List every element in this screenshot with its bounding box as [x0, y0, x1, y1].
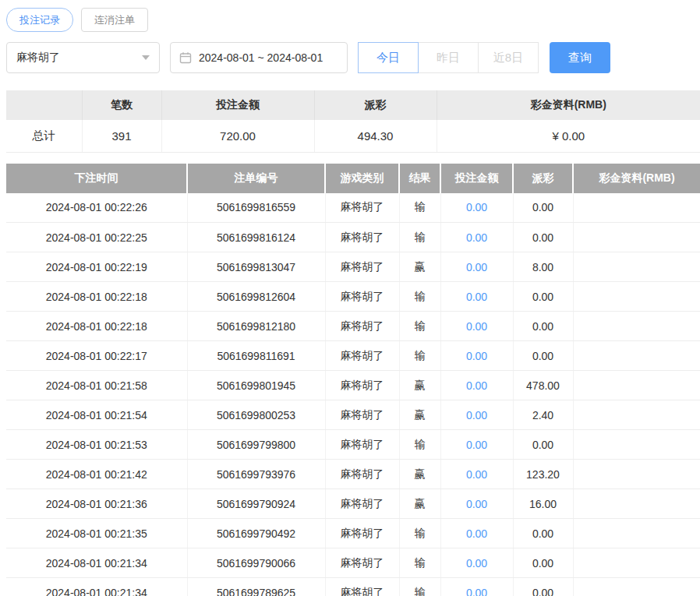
bet-time-cell: 2024-08-01 00:21:54 [6, 400, 187, 430]
game-type-cell: 麻将胡了 [325, 312, 399, 341]
payout-cell: 8.00 [513, 252, 573, 282]
summary-header-row: 笔数 投注金额 派彩 彩金资料(RMB) [6, 90, 700, 120]
bet-amount-link[interactable]: 0.00 [466, 201, 487, 213]
bet-amount-link[interactable]: 0.00 [466, 291, 487, 303]
bonus-cell [573, 460, 700, 489]
bonus-cell [573, 252, 700, 282]
order-id-cell: 5061699816124 [187, 223, 325, 252]
game-type-cell: 麻将胡了 [325, 223, 399, 252]
bet-amount-link[interactable]: 0.00 [466, 498, 487, 510]
table-row: 2024-08-01 00:21:425061699793976麻将胡了赢0.0… [6, 460, 700, 489]
chevron-down-icon [142, 55, 150, 60]
table-row: 2024-08-01 00:22:195061699813047麻将胡了赢0.0… [6, 252, 700, 282]
bet-amount-link[interactable]: 0.00 [466, 409, 487, 421]
bet-amount-link[interactable]: 0.00 [466, 320, 487, 333]
bet-time-cell: 2024-08-01 00:22:18 [6, 312, 187, 341]
game-type-cell: 麻将胡了 [325, 400, 399, 430]
result-cell: 赢 [399, 489, 440, 519]
order-id-cell: 5061699790492 [187, 519, 325, 548]
bonus-cell [573, 282, 700, 312]
order-id-cell: 5061699799800 [187, 430, 325, 460]
bet-time-cell: 2024-08-01 00:22:17 [6, 341, 187, 371]
summary-header-empty [6, 90, 82, 120]
order-id-cell: 5061699790066 [187, 548, 325, 578]
order-id-cell: 5061699801945 [187, 371, 325, 400]
game-type-cell: 麻将胡了 [325, 252, 399, 282]
payout-cell: 0.00 [513, 341, 573, 371]
table-row: 2024-08-01 00:21:535061699799800麻将胡了输0.0… [6, 430, 700, 460]
bet-amount-link[interactable]: 0.00 [466, 350, 487, 362]
payout-cell: 478.00 [513, 371, 573, 400]
result-cell: 输 [399, 223, 440, 252]
search-button[interactable]: 查询 [550, 42, 610, 73]
payout-cell: 0.00 [513, 282, 573, 312]
bonus-cell [573, 312, 700, 341]
bet-amount-cell: 0.00 [440, 341, 513, 371]
payout-cell: 0.00 [513, 430, 573, 460]
bet-amount-link[interactable]: 0.00 [466, 439, 487, 451]
last-8-days-button[interactable]: 近8日 [478, 42, 539, 73]
order-id-cell: 5061699812180 [187, 312, 325, 341]
tab-bar: 投注记录 连消注单 [6, 8, 700, 32]
bet-amount-cell: 0.00 [440, 519, 513, 548]
bonus-cell [573, 548, 700, 578]
bet-time-cell: 2024-08-01 00:21:53 [6, 430, 187, 460]
bet-amount-link[interactable]: 0.00 [466, 261, 487, 273]
records-table-body: 2024-08-01 00:22:265061699816559麻将胡了输0.0… [6, 193, 700, 596]
payout-cell: 0.00 [513, 193, 573, 223]
bet-amount-link[interactable]: 0.00 [466, 379, 487, 392]
summary-total-label: 总计 [6, 120, 82, 152]
calendar-icon [179, 51, 192, 64]
game-type-cell: 麻将胡了 [325, 282, 399, 312]
result-cell: 输 [399, 193, 440, 223]
game-type-cell: 麻将胡了 [325, 193, 399, 223]
bet-time-cell: 2024-08-01 00:22:19 [6, 252, 187, 282]
order-id-cell: 5061699816559 [187, 193, 325, 223]
bet-amount-cell: 0.00 [440, 193, 513, 223]
payout-cell: 0.00 [513, 519, 573, 548]
date-range-picker[interactable]: 2024-08-01 ~ 2024-08-01 [170, 42, 348, 73]
bet-amount-cell: 0.00 [440, 400, 513, 430]
bet-time-cell: 2024-08-01 00:21:42 [6, 460, 187, 489]
table-row: 2024-08-01 00:22:255061699816124麻将胡了输0.0… [6, 223, 700, 252]
bonus-cell [573, 519, 700, 548]
order-id-cell: 5061699793976 [187, 460, 325, 489]
yesterday-button[interactable]: 昨日 [418, 42, 479, 73]
bonus-cell [573, 578, 700, 596]
game-type-cell: 麻将胡了 [325, 341, 399, 371]
header-bet-time: 下注时间 [6, 164, 187, 193]
bet-amount-cell: 0.00 [440, 282, 513, 312]
table-row: 2024-08-01 00:21:345061699790066麻将胡了输0.0… [6, 548, 700, 578]
result-cell: 赢 [399, 400, 440, 430]
table-row: 2024-08-01 00:22:185061699812604麻将胡了输0.0… [6, 282, 700, 312]
payout-cell: 0.00 [513, 548, 573, 578]
header-order-id: 注单编号 [187, 164, 325, 193]
bet-amount-cell: 0.00 [440, 548, 513, 578]
table-row: 2024-08-01 00:22:265061699816559麻将胡了输0.0… [6, 193, 700, 223]
table-row: 2024-08-01 00:21:345061699789625麻将胡了输0.0… [6, 578, 700, 596]
bet-amount-link[interactable]: 0.00 [466, 231, 487, 244]
summary-count-value: 391 [82, 120, 161, 152]
payout-cell: 0.00 [513, 578, 573, 596]
bet-time-cell: 2024-08-01 00:22:25 [6, 223, 187, 252]
bet-amount-link[interactable]: 0.00 [466, 587, 487, 596]
game-type-cell: 麻将胡了 [325, 489, 399, 519]
bet-amount-link[interactable]: 0.00 [466, 527, 487, 540]
result-cell: 赢 [399, 371, 440, 400]
bet-time-cell: 2024-08-01 00:21:58 [6, 371, 187, 400]
tab-cancelled-orders[interactable]: 连消注单 [81, 8, 148, 32]
bet-amount-cell: 0.00 [440, 578, 513, 596]
game-type-select[interactable]: 麻将胡了 [6, 42, 160, 73]
bet-amount-link[interactable]: 0.00 [466, 468, 487, 481]
bet-amount-link[interactable]: 0.00 [466, 557, 487, 570]
header-result: 结果 [399, 164, 440, 193]
table-row: 2024-08-01 00:21:585061699801945麻将胡了赢0.0… [6, 371, 700, 400]
game-type-cell: 麻将胡了 [325, 430, 399, 460]
header-game-type: 游戏类别 [325, 164, 399, 193]
bet-time-cell: 2024-08-01 00:21:34 [6, 548, 187, 578]
tab-betting-records[interactable]: 投注记录 [6, 8, 73, 32]
bonus-cell [573, 371, 700, 400]
bet-amount-cell: 0.00 [440, 371, 513, 400]
today-button[interactable]: 今日 [358, 42, 419, 73]
result-cell: 输 [399, 578, 440, 596]
